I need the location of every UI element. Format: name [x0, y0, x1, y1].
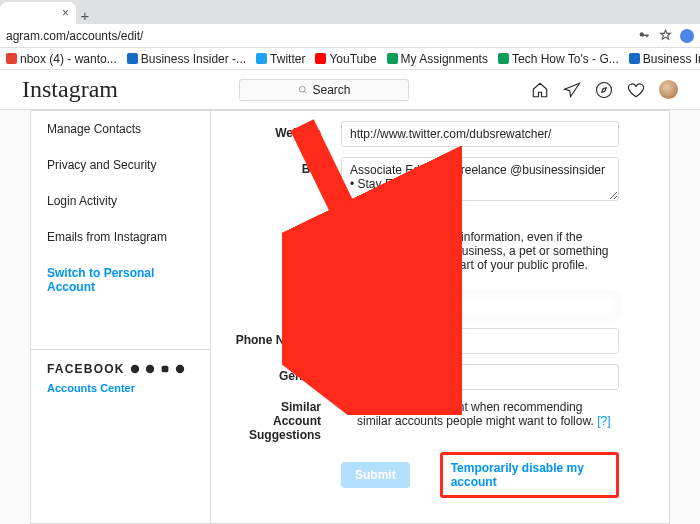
- svg-point-6: [175, 365, 183, 373]
- bookmark-item[interactable]: nbox (4) - wanto...: [6, 52, 117, 66]
- gender-input[interactable]: [341, 364, 619, 390]
- sidebar-list: Manage ContactsPrivacy and SecurityLogin…: [31, 111, 210, 305]
- sidebar-item[interactable]: Switch to Personal Account: [31, 255, 210, 305]
- row-similar: Similar Account Suggestions ✓ Include yo…: [231, 400, 619, 442]
- activity-icon[interactable]: [627, 81, 645, 99]
- browser-tab[interactable]: ×: [0, 2, 76, 24]
- svg-point-0: [300, 86, 306, 92]
- label-email: Email: [231, 292, 341, 318]
- explore-icon[interactable]: [595, 81, 613, 99]
- bookmark-label: YouTube: [329, 52, 376, 66]
- bio-input[interactable]: Associate Editor of Freelance @businessi…: [341, 157, 619, 201]
- personal-hint: Provide your personal information, even …: [341, 230, 609, 272]
- svg-point-4: [145, 365, 153, 373]
- svg-line-1: [305, 91, 307, 93]
- header-icons: [531, 80, 678, 99]
- accounts-center-link[interactable]: Accounts Center: [47, 382, 194, 394]
- disable-account-link[interactable]: Temporarily disable my account: [440, 452, 619, 498]
- page-body: Manage ContactsPrivacy and SecurityLogin…: [0, 110, 700, 524]
- star-icon[interactable]: [659, 29, 672, 42]
- personal-heading: Personal Information: [341, 218, 451, 230]
- search-placeholder: Search: [312, 83, 350, 97]
- browser-urlbar[interactable]: agram.com/accounts/edit/: [0, 24, 700, 48]
- bookmark-item[interactable]: Business Insider: [629, 52, 700, 66]
- bookmark-favicon: [387, 53, 398, 64]
- url-text: agram.com/accounts/edit/: [6, 29, 143, 43]
- submit-button[interactable]: Submit: [341, 462, 410, 488]
- sidebar-item[interactable]: Manage Contacts: [31, 111, 210, 147]
- form-actions: Submit Temporarily disable my account: [341, 452, 619, 498]
- bookmark-favicon: [256, 53, 267, 64]
- label-phone: Phone Number: [231, 328, 341, 354]
- settings-form: Website Bio Associate Editor of Freelanc…: [211, 111, 669, 523]
- sidebar-item[interactable]: Emails from Instagram: [31, 219, 210, 255]
- facebook-label: FACEBOOK: [47, 362, 194, 376]
- key-icon: [638, 29, 651, 42]
- bookmark-favicon: [315, 53, 326, 64]
- row-bio: Bio Associate Editor of Freelance @busin…: [231, 157, 619, 204]
- profile-icon[interactable]: [680, 29, 694, 43]
- sidebar-item[interactable]: Privacy and Security: [31, 147, 210, 183]
- row-phone: Phone Number: [231, 328, 619, 354]
- messenger-icon: [145, 364, 155, 374]
- checkbox-icon[interactable]: ✓: [341, 400, 351, 442]
- bookmark-item[interactable]: Twitter: [256, 52, 305, 66]
- bookmark-item[interactable]: YouTube: [315, 52, 376, 66]
- row-email: Email: [231, 292, 619, 318]
- bookmark-favicon: [127, 53, 138, 64]
- similar-help-link[interactable]: [?]: [597, 414, 610, 428]
- bookmark-favicon: [629, 53, 640, 64]
- home-icon[interactable]: [531, 81, 549, 99]
- bookmark-favicon: [6, 53, 17, 64]
- similar-text: Include your account when recommending s…: [357, 400, 594, 428]
- row-gender: Gender: [231, 364, 619, 390]
- bookmark-item[interactable]: Business Insider -...: [127, 52, 246, 66]
- settings-sidebar: Manage ContactsPrivacy and SecurityLogin…: [31, 111, 211, 523]
- instagram-logo[interactable]: Instagram: [22, 76, 118, 103]
- row-personal-info: Personal Information Provide your person…: [231, 214, 619, 282]
- website-input[interactable]: [341, 121, 619, 147]
- bookmark-label: Business Insider: [643, 52, 700, 66]
- facebook-icon: [130, 364, 140, 374]
- label-similar: Similar Account Suggestions: [231, 400, 341, 442]
- bookmarks-bar: nbox (4) - wanto...Business Insider -...…: [0, 48, 700, 70]
- bookmark-label: Twitter: [270, 52, 305, 66]
- bookmark-label: Tech How To's - G...: [512, 52, 619, 66]
- avatar[interactable]: [659, 80, 678, 99]
- label-bio: Bio: [231, 157, 341, 204]
- whatsapp-icon: [175, 364, 185, 374]
- svg-rect-5: [161, 366, 168, 373]
- svg-point-2: [597, 82, 612, 97]
- phone-input[interactable]: [341, 328, 619, 354]
- label-website: Website: [231, 121, 341, 147]
- close-tab-icon[interactable]: ×: [62, 6, 69, 20]
- instagram-glyph-icon: [160, 364, 170, 374]
- bookmark-label: Business Insider -...: [141, 52, 246, 66]
- new-tab-button[interactable]: +: [76, 7, 94, 24]
- search-icon: [298, 85, 308, 95]
- bookmark-favicon: [498, 53, 509, 64]
- browser-tabstrip: × +: [0, 0, 700, 24]
- email-input[interactable]: [341, 292, 619, 318]
- messages-icon[interactable]: [563, 81, 581, 99]
- facebook-text: FACEBOOK: [47, 362, 125, 376]
- settings-card: Manage ContactsPrivacy and SecurityLogin…: [30, 110, 670, 524]
- svg-point-3: [130, 365, 138, 373]
- bookmark-label: nbox (4) - wanto...: [20, 52, 117, 66]
- bookmark-item[interactable]: Tech How To's - G...: [498, 52, 619, 66]
- bookmark-label: My Assignments: [401, 52, 488, 66]
- sidebar-lower: FACEBOOK Accounts Center: [31, 349, 210, 406]
- bookmark-item[interactable]: My Assignments: [387, 52, 488, 66]
- ig-header: Instagram Search: [0, 70, 700, 110]
- row-website: Website: [231, 121, 619, 147]
- sidebar-item[interactable]: Login Activity: [31, 183, 210, 219]
- search-input[interactable]: Search: [239, 79, 409, 101]
- label-gender: Gender: [231, 364, 341, 390]
